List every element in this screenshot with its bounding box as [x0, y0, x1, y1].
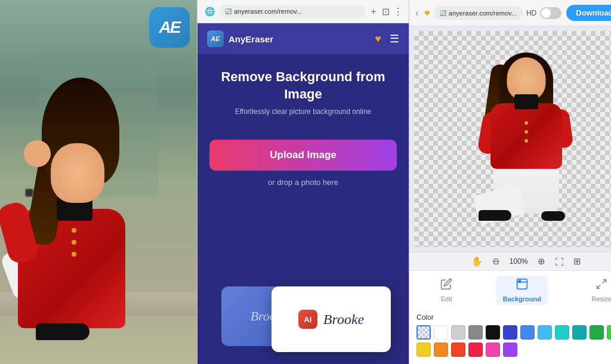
nav-buttons: ‹ — [415, 8, 418, 18]
hd-toggle[interactable] — [540, 7, 561, 19]
resize-icon — [595, 278, 607, 293]
color-swatch-white[interactable] — [434, 325, 448, 340]
color-swatch-black[interactable] — [486, 325, 500, 340]
woman-cutout — [476, 53, 577, 226]
color-swatch-blue-light[interactable] — [538, 325, 552, 340]
hero-title: Remove Background from Image — [209, 69, 397, 103]
color-swatch-teal[interactable] — [572, 325, 587, 340]
color-swatch-red-orange[interactable] — [451, 343, 465, 357]
bottom-tools: Edit Background Resize Color — [409, 270, 611, 364]
color-swatch-light-gray[interactable] — [451, 325, 465, 340]
right-url-bar[interactable]: 🔄 anyeraser.com/remov... — [434, 7, 523, 20]
app-logo-icon: AE — [207, 30, 224, 47]
plus-icon[interactable]: ＋ — [369, 5, 378, 18]
zoom-in-icon[interactable]: ⊕ — [538, 256, 545, 267]
upload-image-button[interactable]: Upload Image — [209, 140, 397, 171]
edit-label: Edit — [441, 295, 452, 303]
color-label: Color — [416, 313, 611, 322]
split-view-icon[interactable]: ⊞ — [573, 256, 581, 267]
card-front: AI Brooke — [271, 286, 391, 352]
hero-subtitle: Effortlessly clear picture background on… — [209, 107, 397, 116]
sync-icon: 🔄 — [440, 10, 446, 16]
middle-panel: 🌐 🔄 anyeraser.com/remov... ＋ ⊡ ⋮ AE AnyE… — [197, 0, 409, 364]
zoom-out-icon[interactable]: ⊖ — [492, 256, 500, 267]
color-swatch-transparent[interactable] — [416, 325, 431, 340]
back-icon[interactable]: ‹ — [415, 8, 418, 18]
download-button[interactable]: Download — [566, 5, 611, 21]
app-header-icons: ♥ ☰ — [375, 32, 399, 45]
zoom-level: 100% — [510, 257, 528, 266]
resize-label: Resize — [592, 295, 611, 303]
color-grid — [416, 325, 611, 357]
photo-background: AE — [0, 0, 197, 364]
background-label: Background — [503, 295, 541, 303]
app-logo-area: AE AnyEraser — [207, 30, 273, 47]
hd-label: HD — [526, 9, 536, 17]
background-icon — [516, 278, 528, 293]
app-header: AE AnyEraser ♥ ☰ — [198, 23, 409, 54]
tab-count-icon[interactable]: ⊡ — [382, 6, 390, 17]
fit-screen-icon[interactable]: ⛶ — [555, 257, 564, 267]
middle-browser-actions: ＋ ⊡ ⋮ — [369, 5, 403, 18]
tools-tabs: Edit Background Resize — [409, 276, 611, 310]
right-panel: ‹ ♥ 🔄 anyeraser.com/remov... HD Download… — [409, 0, 611, 364]
color-swatch-blue-medium[interactable] — [520, 325, 535, 340]
preview-cards-area: Brooke AI Brooke — [198, 196, 409, 364]
upload-section: Upload Image or drop a photo here — [198, 128, 409, 196]
globe-icon: 🌐 — [203, 5, 215, 17]
favorites-icon[interactable]: ♥ — [424, 8, 430, 18]
svg-rect-1 — [519, 280, 520, 282]
app-name: AnyEraser — [229, 34, 273, 44]
middle-url-bar[interactable]: 🔄 anyeraser.com/remov... — [219, 5, 365, 18]
image-preview-area — [409, 26, 611, 252]
hd-toggle-area: HD — [526, 7, 561, 19]
result-woman-figure — [467, 32, 586, 246]
hand-tool-icon[interactable]: ✋ — [471, 256, 483, 267]
tab-background[interactable]: Background — [496, 276, 548, 305]
color-swatch-pink[interactable] — [486, 343, 500, 357]
image-toolbar: ✋ ⊖ 100% ⊕ ⛶ ⊞ — [409, 252, 611, 270]
heart-icon[interactable]: ♥ — [375, 33, 381, 45]
color-swatch-dark-gray[interactable] — [468, 325, 483, 340]
right-browser-actions: HD Download ⋮ — [526, 5, 611, 21]
ai-badge: AI — [298, 310, 317, 329]
secure-icon: 🔄 — [225, 8, 232, 14]
color-swatch-blue-dark[interactable] — [503, 325, 517, 340]
edit-icon — [440, 278, 452, 293]
hamburger-icon[interactable]: ☰ — [390, 32, 399, 45]
right-browser-bar: ‹ ♥ 🔄 anyeraser.com/remov... HD Download… — [409, 0, 611, 26]
ae-logo: AE — [149, 7, 190, 48]
color-swatch-green-dark[interactable] — [590, 325, 604, 340]
card-front-text: Brooke — [323, 311, 364, 328]
color-swatch-orange[interactable] — [434, 343, 448, 357]
drop-text: or drop a photo here — [268, 178, 338, 187]
left-panel: AE — [0, 0, 197, 364]
color-swatch-purple[interactable] — [503, 343, 517, 357]
mobile-app: AE AnyEraser ♥ ☰ Remove Background from … — [198, 23, 409, 364]
middle-browser-bar: 🌐 🔄 anyeraser.com/remov... ＋ ⊡ ⋮ — [198, 0, 409, 23]
tab-resize[interactable]: Resize — [585, 276, 611, 305]
color-section: Color — [409, 310, 611, 362]
color-swatch-cyan[interactable] — [555, 325, 569, 340]
color-swatch-red[interactable] — [468, 343, 483, 357]
color-swatch-yellow[interactable] — [416, 343, 431, 357]
more-icon[interactable]: ⋮ — [393, 6, 403, 17]
result-content: ✋ ⊖ 100% ⊕ ⛶ ⊞ Edit Background Resize — [409, 26, 611, 364]
hero-section: Remove Background from Image Effortlessl… — [198, 54, 409, 128]
color-swatch-green-bright[interactable] — [607, 325, 611, 340]
tab-edit[interactable]: Edit — [433, 276, 459, 305]
